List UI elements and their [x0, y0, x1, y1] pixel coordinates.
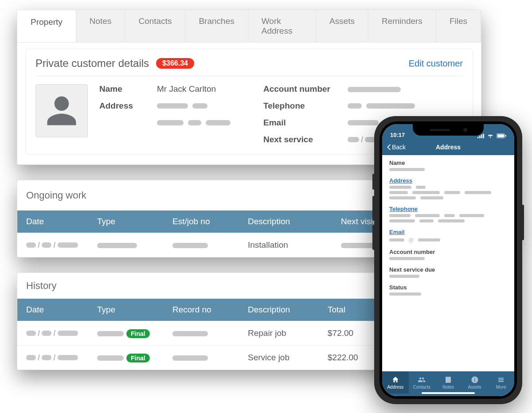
value-address	[157, 103, 259, 109]
value-name: Mr Jack Carlton	[157, 84, 259, 94]
mobile-preview: 10:17 Back Address Name	[374, 116, 522, 404]
svg-rect-10	[498, 378, 504, 378]
tab-property[interactable]: Property	[17, 10, 76, 42]
tab-strip: Property Notes Contacts Branches Work Ad…	[17, 10, 481, 43]
svg-rect-0	[477, 136, 479, 138]
svg-rect-6	[505, 135, 506, 136]
cell-estjob	[172, 240, 243, 250]
col-record-no: Record no	[172, 305, 243, 315]
col-date: Date	[26, 217, 93, 226]
col-date: Date	[26, 305, 93, 315]
cell-date: //	[26, 328, 93, 338]
pf-label-email[interactable]: Email	[389, 229, 507, 235]
col-type: Type	[97, 217, 168, 226]
svg-rect-1	[479, 136, 481, 138]
cell-date: //	[26, 353, 93, 362]
svg-rect-3	[483, 134, 485, 138]
cell-record-no	[172, 328, 243, 338]
back-button[interactable]: Back	[387, 144, 406, 151]
col-est-job-no: Est/job no	[172, 217, 243, 226]
value-address-2	[157, 120, 259, 125]
menu-icon	[497, 376, 505, 384]
col-description: Description	[248, 305, 323, 315]
pf-label-status: Status	[389, 284, 507, 291]
cell-date: //	[26, 240, 93, 250]
home-icon	[391, 376, 399, 384]
cell-description: Service job	[248, 353, 323, 362]
ptab-notes[interactable]: Notes	[435, 371, 462, 394]
svg-rect-9	[474, 378, 475, 378]
label-address: Address	[99, 101, 153, 111]
cell-type: Final	[97, 328, 168, 338]
pf-label-telephone[interactable]: Telephone	[389, 206, 507, 212]
cell-description: Repair job	[248, 328, 323, 338]
label-email: Email	[263, 118, 343, 128]
svg-rect-8	[474, 379, 475, 381]
tab-branches[interactable]: Branches	[185, 10, 248, 42]
status-time: 10:17	[390, 132, 405, 138]
wifi-icon	[487, 133, 494, 138]
tab-contacts[interactable]: Contacts	[125, 10, 185, 42]
label-account: Account number	[263, 84, 343, 94]
home-indicator	[422, 392, 475, 394]
avatar	[35, 84, 88, 137]
ptab-contacts[interactable]: Contacts	[409, 371, 435, 394]
svg-rect-2	[481, 134, 482, 138]
col-description: Description	[248, 217, 336, 226]
tab-work-address[interactable]: Work Address	[248, 10, 316, 42]
pf-label-name: Name	[389, 160, 507, 166]
final-chip: Final	[126, 354, 150, 362]
ongoing-title: Ongoing work	[26, 190, 86, 201]
battery-icon	[497, 133, 506, 138]
pf-label-account: Account number	[389, 249, 507, 255]
label-name: Name	[99, 84, 153, 94]
details-title: Private customer details	[35, 57, 149, 70]
pf-label-next-service: Next service due	[389, 266, 507, 273]
contacts-icon	[418, 376, 426, 384]
cell-record-no	[172, 353, 243, 362]
cell-description: Installation	[248, 240, 336, 250]
ptab-assets[interactable]: Assets	[462, 371, 488, 394]
ptab-more[interactable]: More	[488, 371, 514, 394]
edit-customer-link[interactable]: Edit customer	[409, 58, 463, 69]
info-icon	[471, 376, 479, 384]
phone-navbar: Back Address	[382, 139, 514, 155]
svg-rect-11	[498, 379, 504, 380]
phone-notch	[413, 124, 484, 136]
label-next-service: Next service	[263, 135, 343, 144]
notes-icon	[444, 376, 452, 384]
value-telephone	[348, 103, 463, 109]
tab-reminders[interactable]: Reminders	[368, 10, 436, 42]
tab-assets[interactable]: Assets	[316, 10, 368, 42]
history-title: History	[26, 280, 56, 292]
value-account	[348, 84, 463, 94]
tab-notes[interactable]: Notes	[76, 10, 125, 42]
cell-type	[97, 240, 168, 250]
phone-content: Name Address Telephone Email @	[382, 155, 514, 371]
balance-badge: $366.34	[156, 58, 194, 69]
label-telephone: Telephone	[263, 101, 343, 111]
final-chip: Final	[126, 329, 150, 338]
col-type: Type	[97, 305, 168, 315]
pf-label-address[interactable]: Address	[389, 177, 507, 184]
tab-files[interactable]: Files	[436, 10, 481, 42]
chevron-left-icon	[387, 144, 391, 150]
user-icon	[44, 94, 79, 128]
svg-rect-5	[497, 134, 504, 137]
ptab-address[interactable]: Address	[382, 371, 409, 394]
svg-rect-12	[498, 381, 504, 382]
cell-type: Final	[97, 353, 168, 362]
